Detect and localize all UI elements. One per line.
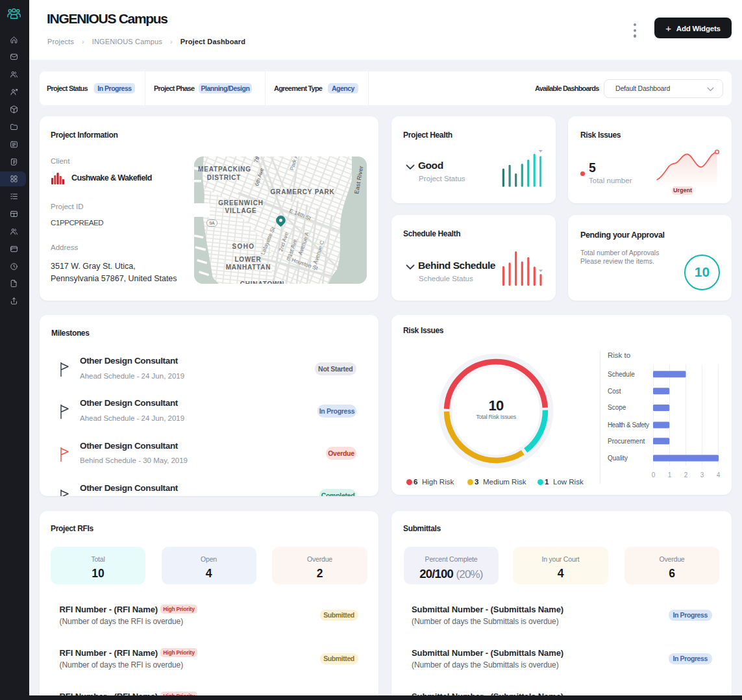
svg-text:0: 0 <box>652 471 656 479</box>
svg-text:Scope: Scope <box>608 404 626 411</box>
svg-text:4: 4 <box>717 471 721 479</box>
svg-text:Quality: Quality <box>608 455 628 462</box>
svg-text:1: 1 <box>668 471 672 479</box>
svg-text:3: 3 <box>700 471 704 479</box>
svg-text:2: 2 <box>684 471 688 479</box>
svg-text:Procurement: Procurement <box>608 438 645 445</box>
svg-text:Health & Safety: Health & Safety <box>608 421 649 429</box>
svg-text:Cost: Cost <box>608 388 621 395</box>
svg-text:Schedule: Schedule <box>608 371 635 378</box>
